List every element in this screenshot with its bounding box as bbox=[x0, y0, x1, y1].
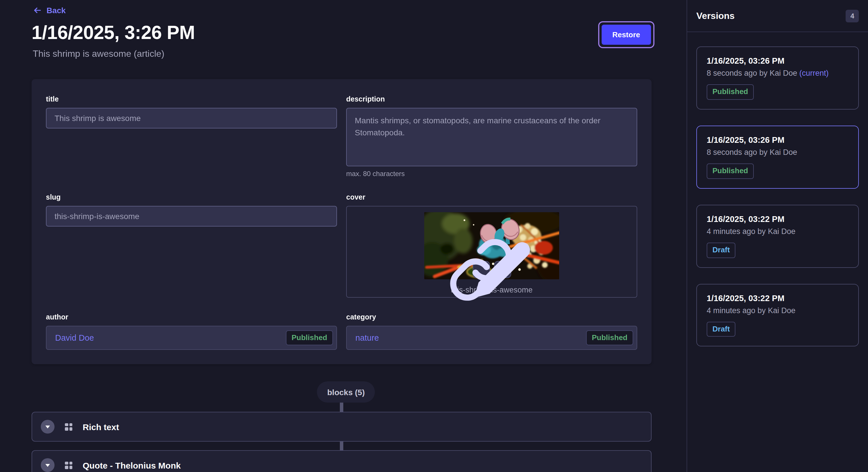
page-title: 1/16/2025, 3:26 PM bbox=[32, 22, 195, 43]
version-card[interactable]: 1/16/2025, 03:22 PM 4 minutes ago by Kai… bbox=[696, 283, 859, 347]
slug-field-label: slug bbox=[46, 193, 337, 201]
block-connector-line bbox=[340, 442, 343, 450]
cover-image bbox=[424, 212, 559, 279]
description-field: description Mantis shrimps, or stomatopo… bbox=[346, 95, 637, 178]
author-relation-link[interactable]: David Doe bbox=[55, 333, 94, 342]
current-version-tag: (current) bbox=[799, 69, 829, 77]
collapse-toggle-button[interactable] bbox=[41, 420, 55, 434]
version-date: 1/16/2025, 03:22 PM bbox=[707, 293, 848, 303]
version-meta: 8 seconds ago by Kai Doe bbox=[707, 148, 848, 157]
main-content: Back 1/16/2025, 3:26 PM This shrimp is a… bbox=[0, 0, 687, 472]
version-card-current[interactable]: 1/16/2025, 03:26 PM 8 seconds ago by Kai… bbox=[696, 46, 859, 109]
version-status-badge: Published bbox=[707, 164, 754, 179]
category-field: category nature Published bbox=[346, 313, 637, 350]
versions-title: Versions bbox=[696, 11, 735, 21]
block-label: Quote - Thelonius Monk bbox=[83, 460, 181, 470]
author-status-badge: Published bbox=[286, 330, 333, 345]
version-date: 1/16/2025, 03:26 PM bbox=[707, 56, 848, 65]
cover-field: cover bbox=[346, 193, 637, 298]
versions-header: Versions 4 bbox=[687, 0, 868, 32]
block-accordion-quote[interactable]: Quote - Thelonius Monk bbox=[32, 450, 652, 472]
restore-button-focus-ring: Restore bbox=[598, 21, 654, 48]
version-date: 1/16/2025, 03:22 PM bbox=[707, 214, 848, 224]
category-relation-link[interactable]: nature bbox=[355, 333, 379, 342]
description-textarea[interactable]: Mantis shrimps, or stomatopods, are mari… bbox=[346, 108, 637, 166]
description-field-label: description bbox=[346, 95, 637, 103]
version-meta: 8 seconds ago by Kai Doe (current) bbox=[707, 69, 848, 77]
version-card-selected[interactable]: 1/16/2025, 03:26 PM 8 seconds ago by Kai… bbox=[696, 126, 859, 189]
chevron-down-icon bbox=[45, 425, 50, 428]
cover-actions bbox=[472, 261, 511, 278]
category-status-badge: Published bbox=[586, 330, 633, 345]
version-status-badge: Draft bbox=[707, 242, 736, 258]
version-history-page: Back 1/16/2025, 3:26 PM This shrimp is a… bbox=[0, 0, 868, 472]
versions-list: 1/16/2025, 03:26 PM 8 seconds ago by Kai… bbox=[687, 32, 868, 356]
component-grid-icon bbox=[65, 461, 72, 469]
version-meta: 4 minutes ago by Kai Doe bbox=[707, 306, 848, 314]
pencil-icon bbox=[435, 236, 570, 303]
back-link[interactable]: Back bbox=[33, 6, 66, 15]
component-grid-icon bbox=[65, 423, 72, 430]
back-label: Back bbox=[46, 6, 66, 15]
title-input[interactable] bbox=[46, 108, 337, 129]
description-hint: max. 80 characters bbox=[346, 170, 637, 178]
category-field-label: category bbox=[346, 313, 637, 321]
version-meta: 4 minutes ago by Kai Doe bbox=[707, 227, 848, 235]
edit-cover-button[interactable] bbox=[494, 261, 511, 278]
versions-count-badge: 4 bbox=[846, 9, 859, 22]
block-label: Rich text bbox=[83, 422, 119, 432]
collapse-toggle-button[interactable] bbox=[41, 458, 55, 472]
restore-button[interactable]: Restore bbox=[601, 25, 651, 45]
author-field: author David Doe Published bbox=[46, 313, 337, 350]
page-subtitle: This shrimp is awesome (article) bbox=[33, 49, 164, 59]
entry-fields-card: title description Mantis shrimps, or sto… bbox=[32, 79, 652, 364]
category-relation-box: nature Published bbox=[346, 326, 637, 350]
author-relation-box: David Doe Published bbox=[46, 326, 337, 350]
title-field-label: title bbox=[46, 95, 337, 103]
block-accordion-rich-text[interactable]: Rich text bbox=[32, 412, 652, 442]
slug-input[interactable] bbox=[46, 206, 337, 227]
version-date: 1/16/2025, 03:26 PM bbox=[707, 135, 848, 144]
version-card[interactable]: 1/16/2025, 03:22 PM 4 minutes ago by Kai… bbox=[696, 204, 859, 268]
cover-field-label: cover bbox=[346, 193, 637, 201]
slug-field: slug bbox=[46, 193, 337, 298]
version-status-badge: Draft bbox=[707, 322, 736, 337]
cover-media-box: this-shrimp-is-awesome bbox=[346, 206, 637, 298]
blocks-count-pill: blocks (5) bbox=[317, 381, 375, 403]
author-field-label: author bbox=[46, 313, 337, 321]
title-field: title bbox=[46, 95, 337, 178]
chevron-down-icon bbox=[45, 464, 50, 467]
arrow-left-icon bbox=[33, 6, 42, 15]
block-connector-line bbox=[340, 403, 343, 412]
version-status-badge: Published bbox=[707, 84, 754, 100]
versions-sidebar: Versions 4 1/16/2025, 03:26 PM 8 seconds… bbox=[687, 0, 868, 472]
